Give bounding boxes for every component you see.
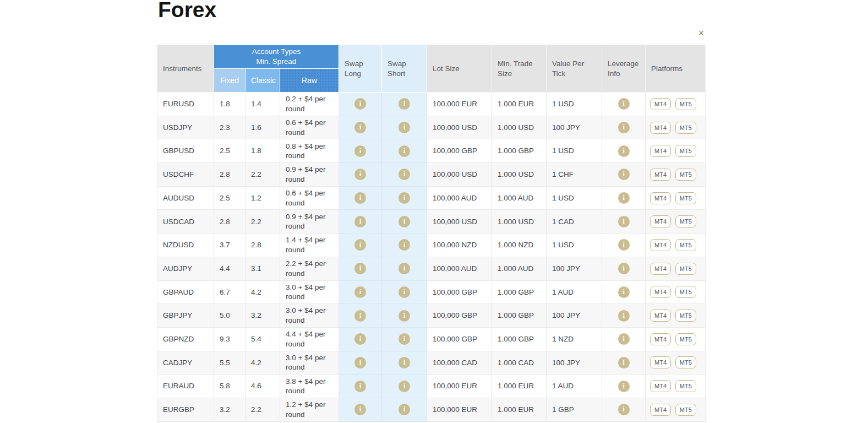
fixed-spread-cell: 2.8 bbox=[214, 210, 245, 234]
instrument-cell: GBPJPY bbox=[157, 304, 214, 328]
mt5-button[interactable]: MT5 bbox=[675, 239, 696, 251]
close-icon[interactable]: × bbox=[695, 26, 708, 40]
mt4-button[interactable]: MT4 bbox=[650, 263, 671, 275]
leverage-info-icon[interactable]: i bbox=[618, 357, 630, 368]
leverage-info-icon[interactable]: i bbox=[618, 263, 630, 274]
instrument-cell: USDCHF bbox=[157, 163, 214, 187]
leverage-info-icon[interactable]: i bbox=[618, 310, 630, 322]
swap-long-info-icon[interactable]: i bbox=[354, 310, 366, 322]
leverage-info-icon[interactable]: i bbox=[618, 404, 630, 415]
min-trade-size-cell: 1.000 EUR bbox=[492, 375, 547, 398]
swap-short-info-icon[interactable]: i bbox=[398, 286, 410, 298]
leverage-info-icon[interactable]: i bbox=[618, 192, 630, 204]
min-spread-label: Min. Spread bbox=[220, 57, 333, 67]
swap-short-info-icon[interactable]: i bbox=[398, 310, 410, 322]
mt4-button[interactable]: MT4 bbox=[650, 404, 671, 416]
swap-short-info-icon[interactable]: i bbox=[398, 145, 410, 157]
mt5-button[interactable]: MT5 bbox=[675, 404, 696, 416]
min-trade-size-cell: 1.000 USD bbox=[492, 116, 547, 139]
swap-long-info-icon[interactable]: i bbox=[354, 357, 366, 368]
raw-spread-cell: 1.4 + $4 per round bbox=[280, 234, 339, 257]
leverage-info-cell: i bbox=[602, 234, 646, 257]
swap-long-info-icon[interactable]: i bbox=[354, 381, 366, 392]
mt4-button[interactable]: MT4 bbox=[650, 333, 671, 345]
leverage-info-icon[interactable]: i bbox=[618, 286, 630, 298]
leverage-info-icon[interactable]: i bbox=[618, 381, 630, 392]
leverage-info-icon[interactable]: i bbox=[618, 98, 630, 110]
swap-short-info-icon[interactable]: i bbox=[398, 381, 410, 392]
mt4-button[interactable]: MT4 bbox=[650, 122, 671, 134]
mt5-button[interactable]: MT5 bbox=[675, 122, 696, 134]
swap-short-info-icon[interactable]: i bbox=[398, 357, 410, 368]
swap-long-info-icon[interactable]: i bbox=[354, 145, 366, 157]
raw-spread-cell: 0.6 + $4 per round bbox=[280, 116, 339, 139]
swap-long-info-icon[interactable]: i bbox=[354, 263, 366, 274]
leverage-info-icon[interactable]: i bbox=[618, 169, 630, 180]
mt5-button[interactable]: MT5 bbox=[675, 98, 696, 110]
leverage-info-icon[interactable]: i bbox=[618, 145, 630, 157]
swap-long-cell: i bbox=[339, 280, 382, 304]
swap-long-cell: i bbox=[339, 186, 382, 210]
mt4-button[interactable]: MT4 bbox=[650, 310, 671, 322]
swap-short-info-icon[interactable]: i bbox=[398, 333, 410, 345]
mt4-button[interactable]: MT4 bbox=[650, 192, 671, 204]
swap-long-info-icon[interactable]: i bbox=[354, 404, 366, 415]
table-row: CADJPY 5.5 4.2 3.0 + $4 per round i i 10… bbox=[157, 351, 706, 375]
swap-short-info-icon[interactable]: i bbox=[398, 192, 410, 204]
mt5-button[interactable]: MT5 bbox=[675, 286, 696, 298]
col-subheader-classic: Classic bbox=[245, 69, 280, 93]
swap-long-info-icon[interactable]: i bbox=[354, 169, 366, 180]
classic-spread-cell: 1.4 bbox=[245, 93, 280, 116]
table-row: GBPJPY 5.0 3.2 3.0 + $4 per round i i 10… bbox=[157, 304, 706, 328]
swap-short-info-icon[interactable]: i bbox=[398, 98, 410, 110]
swap-long-info-icon[interactable]: i bbox=[354, 286, 366, 298]
lot-size-cell: 100,000 AUD bbox=[427, 257, 492, 280]
leverage-info-icon[interactable]: i bbox=[618, 239, 630, 251]
mt5-button[interactable]: MT5 bbox=[675, 169, 696, 181]
swap-short-info-icon[interactable]: i bbox=[398, 122, 410, 133]
mt4-button[interactable]: MT4 bbox=[650, 286, 671, 298]
leverage-info-cell: i bbox=[602, 163, 646, 187]
mt4-button[interactable]: MT4 bbox=[650, 239, 671, 251]
mt4-button[interactable]: MT4 bbox=[650, 98, 671, 110]
platforms-cell: MT4 MT5 bbox=[646, 186, 706, 210]
platforms-cell: MT4 MT5 bbox=[646, 234, 706, 257]
mt5-button[interactable]: MT5 bbox=[675, 263, 696, 275]
swap-short-info-icon[interactable]: i bbox=[398, 239, 410, 251]
fixed-spread-cell: 4.4 bbox=[214, 257, 245, 280]
swap-short-info-icon[interactable]: i bbox=[398, 169, 410, 180]
swap-long-info-icon[interactable]: i bbox=[354, 122, 366, 133]
col-header-swap-long: Swap Long bbox=[339, 45, 382, 93]
min-trade-size-cell: 1.000 USD bbox=[492, 210, 547, 234]
mt5-button[interactable]: MT5 bbox=[675, 192, 696, 204]
platforms-cell: MT4 MT5 bbox=[646, 351, 706, 375]
mt4-button[interactable]: MT4 bbox=[650, 145, 671, 157]
swap-long-info-icon[interactable]: i bbox=[354, 333, 366, 345]
swap-long-info-icon[interactable]: i bbox=[354, 98, 366, 110]
swap-long-info-icon[interactable]: i bbox=[354, 239, 366, 251]
leverage-info-cell: i bbox=[602, 280, 646, 304]
mt4-button[interactable]: MT4 bbox=[650, 380, 671, 392]
mt4-button[interactable]: MT4 bbox=[650, 169, 671, 181]
mt4-button[interactable]: MT4 bbox=[650, 356, 671, 368]
swap-short-header-label: Swap Short bbox=[387, 59, 406, 78]
mt5-button[interactable]: MT5 bbox=[675, 333, 696, 345]
mt5-button[interactable]: MT5 bbox=[675, 215, 696, 227]
mt4-button[interactable]: MT4 bbox=[650, 215, 671, 227]
swap-short-info-icon[interactable]: i bbox=[398, 263, 410, 274]
min-trade-size-cell: 1.000 CAD bbox=[492, 351, 547, 375]
swap-short-info-icon[interactable]: i bbox=[398, 404, 410, 415]
leverage-info-icon[interactable]: i bbox=[618, 122, 630, 133]
swap-long-info-icon[interactable]: i bbox=[354, 192, 366, 204]
leverage-info-icon[interactable]: i bbox=[618, 216, 630, 227]
classic-spread-cell: 1.6 bbox=[245, 116, 280, 139]
mt5-button[interactable]: MT5 bbox=[675, 380, 696, 392]
mt5-button[interactable]: MT5 bbox=[675, 310, 696, 322]
swap-short-info-icon[interactable]: i bbox=[398, 216, 410, 227]
mt5-button[interactable]: MT5 bbox=[675, 145, 696, 157]
min-trade-size-cell: 1.000 GBP bbox=[492, 280, 547, 304]
leverage-info-icon[interactable]: i bbox=[618, 333, 630, 345]
swap-long-info-icon[interactable]: i bbox=[354, 216, 366, 227]
min-trade-size-cell: 1.000 EUR bbox=[492, 93, 547, 116]
mt5-button[interactable]: MT5 bbox=[675, 356, 696, 368]
